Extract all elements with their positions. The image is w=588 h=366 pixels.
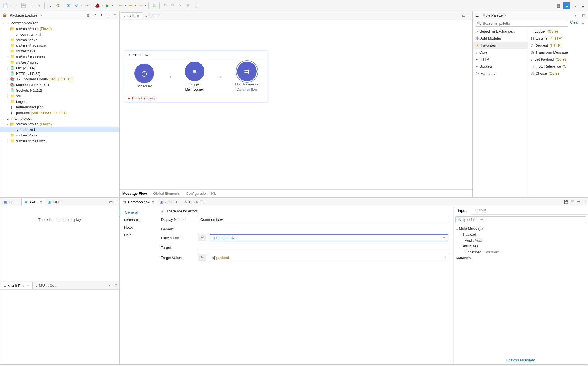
tree-item[interactable]: ⌄⩊common-project bbox=[0, 20, 119, 26]
io-filter-input[interactable] bbox=[463, 217, 584, 222]
collapse-icon[interactable]: ⊟ bbox=[85, 13, 90, 18]
refresh-icon[interactable]: ↻ bbox=[73, 3, 80, 9]
min-icon[interactable]: ▭ bbox=[576, 200, 581, 205]
palette-category[interactable]: ⊕Add Modules bbox=[473, 35, 528, 42]
paste-icon[interactable]: 📋 bbox=[193, 3, 199, 9]
debug-icon[interactable]: 🐞 bbox=[94, 3, 101, 9]
mail-icon[interactable]: ✉ bbox=[66, 3, 72, 9]
props-section[interactable]: Metadata bbox=[120, 216, 156, 224]
palette-category[interactable]: ★Favorites bbox=[473, 42, 528, 49]
tree-item[interactable]: ⌄📂src/main/mule(Flows) bbox=[0, 26, 119, 31]
io-tab[interactable]: Input bbox=[454, 207, 471, 215]
flow-container[interactable]: ▼ mainFlow ◴Scheduler→≡LoggerMain Logger… bbox=[125, 51, 268, 102]
display-name-input[interactable] bbox=[198, 216, 448, 223]
fx-button[interactable]: fx bbox=[198, 234, 206, 241]
tree-item[interactable]: ›📁src bbox=[0, 93, 119, 99]
palette-max-icon[interactable]: ◻ bbox=[581, 13, 586, 18]
perspective-switcher-icon[interactable]: ▦ bbox=[556, 3, 562, 9]
tree-item[interactable]: ›📚Mule Server 4.4.0 EE bbox=[0, 82, 119, 87]
io-tree-item[interactable]: Void : Void bbox=[455, 237, 587, 243]
copy-icon[interactable]: ⎘ bbox=[185, 3, 192, 9]
tree-item[interactable]: 📁src/main/java bbox=[0, 132, 119, 138]
chevron-down-icon[interactable]: ▼ bbox=[128, 53, 131, 56]
palette-category[interactable]: ⟐Search in Exchange... bbox=[473, 28, 528, 35]
chevron-down-icon[interactable]: ▼ bbox=[443, 236, 445, 239]
new-icon[interactable]: 📄 bbox=[2, 3, 8, 9]
palette-category[interactable]: ●Sockets bbox=[473, 63, 528, 70]
home-icon[interactable]: ⌂ bbox=[36, 3, 42, 9]
tree-item[interactable]: ⟨⟩pom.xml[Mule Server 4.4.0 EE] bbox=[0, 110, 119, 115]
editor-tab[interactable]: ⩊common bbox=[142, 12, 165, 19]
props-section[interactable]: Help bbox=[120, 231, 156, 239]
filter-icon[interactable]: ☰ bbox=[570, 200, 575, 205]
tree-item[interactable]: ›📁src/test/resources bbox=[0, 54, 119, 59]
newwindow-icon[interactable]: ⧉ bbox=[151, 3, 157, 9]
run-icon[interactable]: ▶ bbox=[104, 3, 111, 9]
palette-category[interactable]: ⩊Core bbox=[473, 49, 528, 56]
target-input[interactable] bbox=[198, 244, 448, 251]
clear-link[interactable]: Clear bbox=[570, 20, 579, 27]
editor-mode-tab[interactable]: Global Elements bbox=[153, 191, 180, 196]
persp2-icon[interactable]: ⩊ bbox=[572, 3, 578, 9]
back-icon[interactable]: ⬅ bbox=[128, 3, 134, 9]
view-tab[interactable]: ⩊MUnit Co... bbox=[33, 282, 60, 289]
io-tree-item[interactable]: ⌄ Payload bbox=[455, 231, 587, 237]
tree-item[interactable]: ⩊main.xml bbox=[0, 127, 119, 132]
io-tree-item[interactable]: Variables bbox=[455, 255, 587, 261]
props-section[interactable]: General bbox=[120, 209, 156, 216]
view-tab[interactable]: ▣Outl... bbox=[1, 198, 21, 205]
editor-max-icon[interactable]: ◻ bbox=[466, 13, 471, 18]
editor-min-icon[interactable]: ▭ bbox=[461, 13, 466, 18]
max-icon[interactable]: ◻ bbox=[112, 13, 117, 18]
redo-icon[interactable]: ↷ bbox=[170, 3, 176, 9]
close-icon[interactable]: × bbox=[504, 13, 507, 17]
max-icon[interactable]: ◻ bbox=[582, 200, 587, 205]
flask-icon[interactable]: ⚗ bbox=[55, 3, 61, 9]
tree-item[interactable]: ›🫙HTTP [v1.5.25] bbox=[0, 71, 119, 76]
munit-icon[interactable]: ⩊ bbox=[47, 3, 53, 9]
exchange-icon[interactable]: ⟐ bbox=[12, 3, 18, 9]
tree-item[interactable]: ⌄📂src/main/mule(Flows) bbox=[0, 121, 119, 127]
palette-search-input[interactable] bbox=[483, 21, 566, 26]
tree-item[interactable]: ›📁src/main/resources bbox=[0, 43, 119, 48]
refresh-metadata-link[interactable]: Refresh Metadata bbox=[454, 356, 588, 364]
tree-item[interactable]: ›📁src/main/resources bbox=[0, 138, 119, 143]
close-icon[interactable]: × bbox=[40, 13, 43, 17]
gear-icon[interactable]: ⚙ bbox=[580, 20, 585, 25]
tree-item[interactable]: ⌄⩊main-project bbox=[0, 115, 119, 121]
frame-icon[interactable]: ⋮ bbox=[99, 13, 104, 18]
tree-item[interactable]: 📁src/test/java bbox=[0, 48, 119, 54]
undo-icon[interactable]: ↶ bbox=[162, 3, 168, 9]
persp1-icon[interactable]: ⩊ bbox=[563, 2, 570, 9]
palette-search[interactable]: 🔍 bbox=[475, 20, 568, 27]
flow-name-combo[interactable]: commonFlow ▼ bbox=[210, 234, 448, 241]
props-tab[interactable]: ▣Console bbox=[157, 198, 181, 205]
tree-item[interactable]: 📁src/main/java bbox=[0, 37, 119, 43]
io-tab[interactable]: Output bbox=[471, 206, 490, 214]
tree-item[interactable]: ⩊common.xml bbox=[0, 31, 119, 37]
editor-mode-tab[interactable]: Configuration XML bbox=[186, 191, 216, 196]
props-section[interactable]: Notes bbox=[120, 224, 156, 231]
palette-item[interactable]: ⤴Request(HTTP) bbox=[528, 42, 588, 49]
tree-item[interactable]: {}mule-artifact.json bbox=[0, 104, 119, 110]
io-tree-item[interactable]: ⌄ Mule Message bbox=[455, 226, 587, 231]
min-icon[interactable]: ▭ bbox=[108, 283, 113, 288]
min-icon[interactable]: ▭ bbox=[106, 13, 111, 18]
palette-min-icon[interactable]: ▭ bbox=[574, 13, 579, 18]
io-tree-item[interactable]: Undefined : Unknown bbox=[455, 249, 587, 255]
max-icon[interactable]: ◻ bbox=[113, 283, 118, 288]
flow-node[interactable]: ⇉Flow ReferenceCommon flow bbox=[235, 62, 259, 91]
target-value-input[interactable]: #[ payload ] bbox=[210, 254, 448, 261]
link-icon[interactable]: ⇄ bbox=[92, 13, 97, 18]
save-icon[interactable]: 💾 bbox=[20, 3, 26, 9]
palette-item[interactable]: ☊Listener(HTTP) bbox=[528, 35, 588, 42]
palette-category[interactable]: ⓦWorkday bbox=[473, 70, 528, 78]
palette-category[interactable]: ●HTTP bbox=[473, 56, 528, 63]
props-tab[interactable]: ⚠Problems bbox=[181, 198, 207, 205]
save-icon[interactable]: 💾 bbox=[564, 200, 569, 205]
max-icon[interactable]: ◻ bbox=[113, 200, 118, 205]
fx-button[interactable]: fx bbox=[198, 254, 206, 261]
chevron-right-icon[interactable]: ▶ bbox=[128, 97, 130, 100]
palette-item[interactable]: ⇉Flow Reference(C bbox=[528, 63, 588, 70]
view-tab[interactable]: ▣API... × bbox=[21, 199, 45, 206]
